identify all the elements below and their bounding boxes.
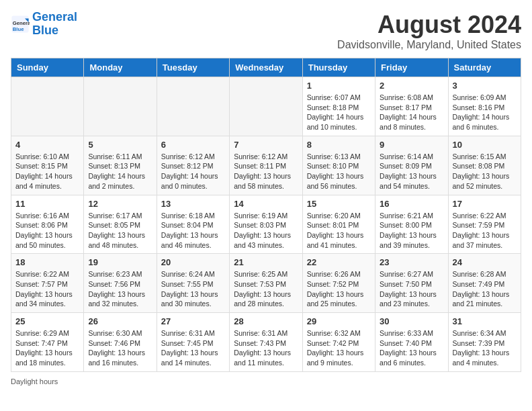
day-info: Sunrise: 6:22 AMSunset: 7:59 PMDaylight:… — [453, 211, 517, 250]
calendar-cell: 29Sunrise: 6:32 AMSunset: 7:42 PMDayligh… — [302, 313, 375, 372]
weekday-header: Friday — [375, 58, 448, 77]
weekday-header: Wednesday — [230, 58, 302, 77]
calendar-cell: 13Sunrise: 6:18 AMSunset: 8:04 PMDayligh… — [157, 195, 229, 254]
calendar-cell: 21Sunrise: 6:25 AMSunset: 7:53 PMDayligh… — [230, 254, 302, 313]
day-info: Sunrise: 6:31 AMSunset: 7:43 PMDaylight:… — [234, 328, 298, 368]
day-number: 23 — [380, 257, 443, 267]
day-info: Sunrise: 6:11 AMSunset: 8:13 PMDaylight:… — [88, 152, 152, 191]
calendar-cell: 27Sunrise: 6:31 AMSunset: 7:45 PMDayligh… — [157, 313, 229, 372]
day-number: 15 — [307, 199, 371, 209]
day-number: 11 — [15, 199, 79, 209]
calendar-cell: 16Sunrise: 6:21 AMSunset: 8:00 PMDayligh… — [375, 195, 448, 254]
footer-note: Daylight hours — [11, 377, 521, 385]
weekday-header: Thursday — [302, 58, 375, 77]
day-number: 28 — [234, 316, 298, 326]
day-info: Sunrise: 6:22 AMSunset: 7:57 PMDaylight:… — [15, 269, 79, 309]
calendar-cell: 5Sunrise: 6:11 AMSunset: 8:13 PMDaylight… — [84, 136, 157, 195]
calendar-table: SundayMondayTuesdayWednesdayThursdayFrid… — [11, 58, 521, 372]
day-info: Sunrise: 6:26 AMSunset: 7:52 PMDaylight:… — [307, 269, 371, 309]
calendar-cell — [157, 77, 229, 136]
day-number: 5 — [88, 140, 152, 150]
day-number: 22 — [307, 257, 371, 267]
calendar-cell: 18Sunrise: 6:22 AMSunset: 7:57 PMDayligh… — [11, 254, 84, 313]
calendar-cell: 28Sunrise: 6:31 AMSunset: 7:43 PMDayligh… — [230, 313, 302, 372]
calendar-week-row: 1Sunrise: 6:07 AMSunset: 8:18 PMDaylight… — [11, 77, 521, 136]
day-info: Sunrise: 6:08 AMSunset: 8:17 PMDaylight:… — [380, 93, 443, 132]
calendar-cell: 31Sunrise: 6:34 AMSunset: 7:39 PMDayligh… — [448, 313, 521, 372]
day-info: Sunrise: 6:17 AMSunset: 8:05 PMDaylight:… — [88, 211, 152, 250]
day-number: 6 — [161, 140, 225, 150]
day-number: 12 — [88, 199, 152, 209]
day-number: 7 — [234, 140, 298, 150]
day-info: Sunrise: 6:21 AMSunset: 8:00 PMDaylight:… — [380, 211, 443, 250]
day-number: 14 — [234, 199, 298, 209]
calendar-cell: 17Sunrise: 6:22 AMSunset: 7:59 PMDayligh… — [448, 195, 521, 254]
calendar-cell: 20Sunrise: 6:24 AMSunset: 7:55 PMDayligh… — [157, 254, 229, 313]
day-info: Sunrise: 6:16 AMSunset: 8:06 PMDaylight:… — [15, 211, 79, 250]
day-number: 21 — [234, 257, 298, 267]
calendar-week-row: 18Sunrise: 6:22 AMSunset: 7:57 PMDayligh… — [11, 254, 521, 313]
day-info: Sunrise: 6:10 AMSunset: 8:15 PMDaylight:… — [15, 152, 79, 191]
day-info: Sunrise: 6:18 AMSunset: 8:04 PMDaylight:… — [161, 211, 225, 250]
day-info: Sunrise: 6:31 AMSunset: 7:45 PMDaylight:… — [161, 328, 225, 368]
day-number: 3 — [453, 81, 517, 91]
day-info: Sunrise: 6:33 AMSunset: 7:40 PMDaylight:… — [380, 328, 443, 368]
day-number: 9 — [380, 140, 443, 150]
day-info: Sunrise: 6:12 AMSunset: 8:11 PMDaylight:… — [234, 152, 298, 191]
day-info: Sunrise: 6:34 AMSunset: 7:39 PMDaylight:… — [453, 328, 517, 368]
calendar-cell — [84, 77, 157, 136]
day-info: Sunrise: 6:25 AMSunset: 7:53 PMDaylight:… — [234, 269, 298, 309]
calendar-cell: 8Sunrise: 6:13 AMSunset: 8:10 PMDaylight… — [302, 136, 375, 195]
calendar-cell: 24Sunrise: 6:28 AMSunset: 7:49 PMDayligh… — [448, 254, 521, 313]
calendar-cell: 11Sunrise: 6:16 AMSunset: 8:06 PMDayligh… — [11, 195, 84, 254]
calendar-week-row: 4Sunrise: 6:10 AMSunset: 8:15 PMDaylight… — [11, 136, 521, 195]
logo-text: General Blue — [32, 11, 77, 38]
calendar-cell — [230, 77, 302, 136]
logo: General Blue General Blue — [11, 11, 77, 38]
day-number: 30 — [380, 316, 443, 326]
day-number: 27 — [161, 316, 225, 326]
calendar-cell: 4Sunrise: 6:10 AMSunset: 8:15 PMDaylight… — [11, 136, 84, 195]
day-info: Sunrise: 6:27 AMSunset: 7:50 PMDaylight:… — [380, 269, 443, 309]
day-info: Sunrise: 6:15 AMSunset: 8:08 PMDaylight:… — [453, 152, 517, 191]
logo-line1: General — [32, 10, 77, 24]
calendar-cell: 3Sunrise: 6:09 AMSunset: 8:16 PMDaylight… — [448, 77, 521, 136]
day-number: 20 — [161, 257, 225, 267]
day-info: Sunrise: 6:07 AMSunset: 8:18 PMDaylight:… — [307, 93, 371, 132]
calendar-cell: 14Sunrise: 6:19 AMSunset: 8:03 PMDayligh… — [230, 195, 302, 254]
day-number: 16 — [380, 199, 443, 209]
day-number: 13 — [161, 199, 225, 209]
calendar-cell: 30Sunrise: 6:33 AMSunset: 7:40 PMDayligh… — [375, 313, 448, 372]
day-info: Sunrise: 6:09 AMSunset: 8:16 PMDaylight:… — [453, 93, 517, 132]
day-number: 24 — [453, 257, 517, 267]
calendar-week-row: 25Sunrise: 6:29 AMSunset: 7:47 PMDayligh… — [11, 313, 521, 372]
day-info: Sunrise: 6:13 AMSunset: 8:10 PMDaylight:… — [307, 152, 371, 191]
day-number: 8 — [307, 140, 371, 150]
weekday-header: Tuesday — [157, 58, 229, 77]
logo-line2: Blue — [32, 24, 58, 37]
calendar-cell: 10Sunrise: 6:15 AMSunset: 8:08 PMDayligh… — [448, 136, 521, 195]
day-info: Sunrise: 6:20 AMSunset: 8:01 PMDaylight:… — [307, 211, 371, 250]
calendar-cell: 6Sunrise: 6:12 AMSunset: 8:12 PMDaylight… — [157, 136, 229, 195]
weekday-header-row: SundayMondayTuesdayWednesdayThursdayFrid… — [11, 58, 521, 77]
day-number: 4 — [15, 140, 79, 150]
calendar-cell: 26Sunrise: 6:30 AMSunset: 7:46 PMDayligh… — [84, 313, 157, 372]
calendar-cell: 12Sunrise: 6:17 AMSunset: 8:05 PMDayligh… — [84, 195, 157, 254]
calendar-cell: 22Sunrise: 6:26 AMSunset: 7:52 PMDayligh… — [302, 254, 375, 313]
daylight-note: Daylight hours — [11, 377, 58, 385]
day-number: 25 — [15, 316, 79, 326]
day-info: Sunrise: 6:24 AMSunset: 7:55 PMDaylight:… — [161, 269, 225, 309]
day-number: 26 — [88, 316, 152, 326]
weekday-header: Saturday — [448, 58, 521, 77]
main-title: August 2024 — [337, 11, 521, 39]
calendar-cell: 15Sunrise: 6:20 AMSunset: 8:01 PMDayligh… — [302, 195, 375, 254]
day-number: 29 — [307, 316, 371, 326]
svg-text:General: General — [13, 20, 30, 26]
calendar-cell: 25Sunrise: 6:29 AMSunset: 7:47 PMDayligh… — [11, 313, 84, 372]
calendar-cell: 9Sunrise: 6:14 AMSunset: 8:09 PMDaylight… — [375, 136, 448, 195]
calendar-cell: 19Sunrise: 6:23 AMSunset: 7:56 PMDayligh… — [84, 254, 157, 313]
day-info: Sunrise: 6:28 AMSunset: 7:49 PMDaylight:… — [453, 269, 517, 309]
logo-icon: General Blue — [11, 15, 30, 34]
calendar-cell: 23Sunrise: 6:27 AMSunset: 7:50 PMDayligh… — [375, 254, 448, 313]
day-info: Sunrise: 6:30 AMSunset: 7:46 PMDaylight:… — [88, 328, 152, 368]
